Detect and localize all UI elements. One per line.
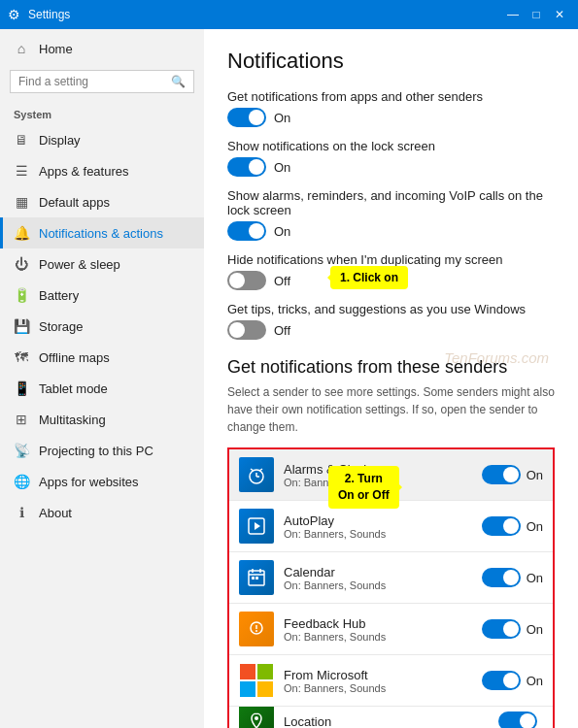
sender-status: On: Banners, Sounds: [284, 528, 472, 540]
sidebar-item-projecting[interactable]: 📡 Projecting to this PC: [0, 435, 204, 466]
toggle-sender-calendar[interactable]: [482, 568, 521, 587]
toggle-state: Off: [274, 323, 290, 338]
sidebar-item-label: Projecting to this PC: [39, 444, 153, 458]
sender-item-autoplay[interactable]: AutoPlay On: Banners, Sounds On: [229, 501, 553, 552]
sender-name: Feedback Hub: [284, 616, 472, 631]
sidebar-item-label: About: [39, 506, 72, 520]
toggle-sender-autoplay[interactable]: [482, 516, 521, 536]
sender-status: On: Banners, Sounds: [284, 631, 472, 643]
sender-item-calendar[interactable]: Calendar On: Banners, Sounds On: [229, 552, 553, 604]
svg-line-4: [259, 469, 262, 471]
sender-item-feedback-hub[interactable]: Feedback Hub On: Banners, Sounds On: [229, 604, 553, 655]
sender-toggle-alarms: On: [482, 465, 543, 484]
toggle-lock-screen[interactable]: [227, 157, 266, 177]
toggle-state: On: [527, 622, 543, 637]
sender-toggle-autoplay: On: [482, 516, 543, 536]
toggle-state: Off: [274, 274, 290, 288]
minimize-button[interactable]: —: [502, 4, 524, 25]
svg-rect-18: [240, 681, 255, 697]
titlebar: ⚙ Settings — □ ✕: [0, 0, 578, 29]
svg-rect-11: [252, 577, 255, 579]
svg-line-3: [251, 469, 254, 471]
toggle-label: Show alarms, reminders, and incoming VoI…: [227, 188, 555, 217]
toggle-sender-alarms[interactable]: [482, 465, 521, 484]
sender-info: AutoPlay On: Banners, Sounds: [284, 513, 472, 540]
sidebar-item-multitasking[interactable]: ⊞ Multitasking: [0, 404, 204, 435]
toggle-control: On: [227, 157, 555, 177]
toggle-apps-senders[interactable]: [227, 108, 266, 127]
toggle-state: On: [274, 224, 290, 239]
toggle-alarms-lock[interactable]: [227, 221, 266, 241]
sidebar-item-label: Notifications & actions: [39, 226, 163, 241]
sender-info: Location: [284, 714, 489, 729]
toggle-row-lock-screen: Show notifications on the lock screen On: [227, 139, 555, 177]
sidebar-item-home[interactable]: ⌂ Home: [0, 33, 204, 64]
close-button[interactable]: ✕: [549, 4, 570, 25]
sidebar-item-storage[interactable]: 💾 Storage: [0, 311, 204, 342]
autoplay-icon: [239, 509, 274, 544]
sidebar-item-notifications[interactable]: 🔔 Notifications & actions: [0, 217, 204, 248]
sidebar-item-apps-features[interactable]: ☰ Apps & features: [0, 155, 204, 186]
toggle-tips[interactable]: [227, 320, 266, 340]
power-icon: ⏻: [14, 256, 29, 272]
toggle-row-apps-senders: Get notifications from apps and other se…: [227, 89, 555, 127]
alarms-clock-icon: [239, 457, 274, 492]
about-icon: ℹ: [14, 505, 29, 520]
toggle-duplicating[interactable]: [227, 271, 266, 290]
sidebar-item-about[interactable]: ℹ About: [0, 497, 204, 528]
toggle-row-tips: Get tips, tricks, and suggestions as you…: [227, 302, 555, 340]
sidebar-item-apps-websites[interactable]: 🌐 Apps for websites: [0, 466, 204, 497]
callout-click-on: 1. Click on: [330, 266, 408, 289]
sender-status: On: Banners, Sounds: [284, 579, 472, 591]
home-icon: ⌂: [14, 41, 29, 56]
sidebar-item-battery[interactable]: 🔋 Battery: [0, 280, 204, 311]
sidebar-item-label: Offline maps: [39, 350, 110, 365]
toggle-control: On: [227, 221, 555, 241]
sidebar-item-power-sleep[interactable]: ⏻ Power & sleep: [0, 248, 204, 280]
page-title: Notifications: [227, 49, 555, 74]
sender-info: Feedback Hub On: Banners, Sounds: [284, 616, 472, 643]
search-box: 🔍: [10, 70, 194, 93]
sender-toggle-location: [498, 711, 543, 728]
toggle-row-alarms-lock: Show alarms, reminders, and incoming VoI…: [227, 188, 555, 241]
settings-titlebar-icon: ⚙: [8, 7, 20, 22]
sender-name: Location: [284, 714, 489, 729]
svg-rect-19: [257, 681, 273, 697]
multitasking-icon: ⊞: [14, 412, 29, 427]
svg-rect-12: [255, 577, 258, 579]
maximize-button[interactable]: □: [526, 4, 547, 25]
toggle-sender-location[interactable]: [498, 711, 537, 728]
sender-item-from-microsoft[interactable]: From Microsoft On: Banners, Sounds On: [229, 655, 553, 707]
notifications-icon: 🔔: [14, 225, 29, 241]
web-icon: 🌐: [14, 474, 29, 489]
system-section-label: System: [0, 103, 204, 124]
projecting-icon: 📡: [14, 443, 29, 458]
sender-toggle-feedback: On: [482, 619, 543, 639]
search-input[interactable]: [18, 75, 167, 88]
sender-item-location[interactable]: Location: [229, 707, 553, 728]
toggle-sender-microsoft[interactable]: [482, 671, 521, 690]
sidebar-item-offline-maps[interactable]: 🗺 Offline maps: [0, 342, 204, 373]
sidebar-item-label: Power & sleep: [39, 257, 120, 272]
default-apps-icon: ▦: [14, 194, 29, 210]
sidebar: ⌂ Home 🔍 System 🖥 Display ☰ Apps & featu…: [0, 29, 204, 728]
calendar-icon: [239, 560, 274, 595]
sidebar-item-tablet-mode[interactable]: 📱 Tablet mode: [0, 373, 204, 404]
svg-rect-17: [257, 664, 273, 679]
sender-name: AutoPlay: [284, 513, 472, 528]
toggle-sender-feedback[interactable]: [482, 619, 521, 639]
callout-turn-on-off: 2. Turn On or Off: [328, 466, 399, 509]
search-icon: 🔍: [171, 75, 186, 88]
display-icon: 🖥: [14, 132, 29, 148]
sender-name: Calendar: [284, 565, 472, 579]
sidebar-item-label: Default apps: [39, 195, 110, 210]
sidebar-item-label: Battery: [39, 288, 79, 303]
sender-info: From Microsoft On: Banners, Sounds: [284, 668, 472, 694]
app-body: ⌂ Home 🔍 System 🖥 Display ☰ Apps & featu…: [0, 29, 578, 728]
storage-icon: 💾: [14, 318, 29, 334]
sidebar-item-display[interactable]: 🖥 Display: [0, 124, 204, 155]
toggle-state: On: [527, 571, 543, 585]
sidebar-item-default-apps[interactable]: ▦ Default apps: [0, 186, 204, 217]
toggle-state: On: [527, 519, 543, 534]
svg-point-15: [255, 630, 257, 632]
